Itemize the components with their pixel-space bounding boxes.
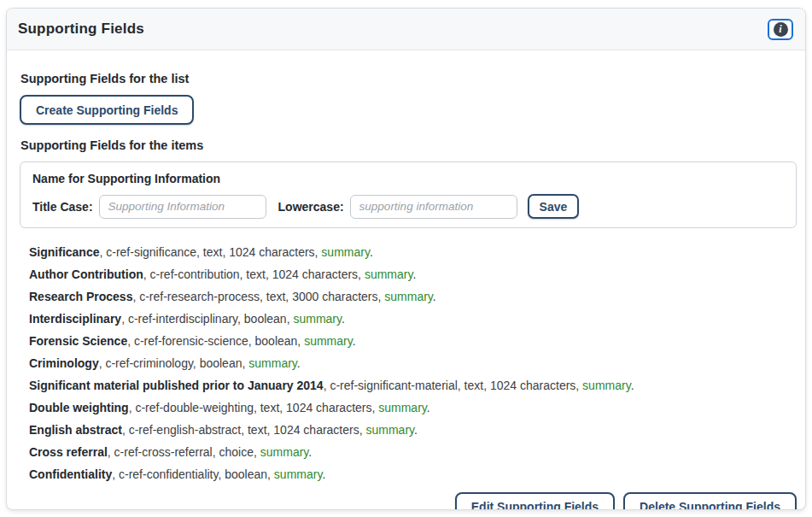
info-circle-icon: i (774, 22, 788, 37)
field-name: Significant material published prior to … (29, 379, 324, 392)
field-name: Significance (29, 245, 99, 259)
field-details: , c-ref-interdisciplinary, boolean, (121, 312, 293, 326)
supporting-fields-panel: Supporting Fields i Supporting Fields fo… (6, 8, 806, 510)
field-period: . (308, 445, 312, 459)
lowercase-input[interactable] (350, 195, 517, 219)
field-row-significance: Significance, c-ref-significance, text, … (29, 241, 797, 263)
field-row-author-contribution: Author Contribution, c-ref-contribution,… (29, 263, 797, 285)
field-details: , c-ref-cross-referral, choice, (108, 445, 260, 459)
field-name: Confidentiality (29, 467, 112, 481)
summary-link[interactable]: summary (293, 312, 342, 326)
edit-supporting-fields-button[interactable]: Edit Supporting Fields (455, 492, 615, 510)
field-list: Significance, c-ref-significance, text, … (29, 241, 797, 485)
field-row-double-weighting: Double weighting, c-ref-double-weighting… (29, 397, 797, 419)
field-details: , c-ref-english-abstract, text, 1024 cha… (122, 423, 366, 437)
field-row-cross-referral: Cross referral, c-ref-cross-referral, ch… (29, 441, 797, 463)
field-period: . (433, 290, 436, 303)
field-period: . (412, 267, 416, 281)
field-period: . (427, 401, 430, 414)
field-period: . (414, 423, 418, 437)
summary-link[interactable]: summary (304, 334, 353, 348)
field-period: . (353, 334, 356, 348)
page-title: Supporting Fields (18, 21, 144, 38)
field-details: , c-ref-double-weighting, text, 1024 cha… (129, 401, 379, 414)
summary-link[interactable]: summary (378, 401, 427, 414)
summary-link[interactable]: summary (321, 245, 370, 259)
field-row-criminology: Criminology, c-ref-criminology, boolean,… (29, 352, 797, 374)
field-details: , c-ref-significance, text, 1024 charact… (99, 245, 321, 259)
name-form-row: Title Case: Lowercase: Save (32, 194, 784, 219)
summary-link[interactable]: summary (248, 356, 297, 370)
panel-header: Supporting Fields i (7, 9, 805, 50)
summary-link[interactable]: summary (366, 423, 415, 437)
summary-link[interactable]: summary (365, 267, 413, 281)
title-case-input[interactable] (99, 195, 266, 219)
field-details: , c-ref-forensic-science, boolean, (127, 334, 304, 348)
field-row-significant-material: Significant material published prior to … (29, 374, 797, 397)
field-period: . (342, 312, 345, 326)
name-form-title: Name for Supporting Information (32, 172, 784, 185)
field-details: , c-ref-contribution, text, 1024 charact… (143, 267, 365, 281)
field-row-research-process: Research Process, c-ref-research-process… (29, 285, 797, 308)
summary-link[interactable]: summary (274, 467, 323, 481)
field-period: . (631, 379, 634, 392)
field-name: Cross referral (29, 445, 108, 459)
field-name: Double weighting (29, 401, 129, 414)
field-period: . (370, 245, 373, 259)
field-row-confidentiality: Confidentiality, c-ref-confidentiality, … (29, 463, 797, 485)
field-row-forensic-science: Forensic Science, c-ref-forensic-science… (29, 330, 797, 352)
field-details: , c-ref-research-process, text, 3000 cha… (132, 290, 384, 303)
field-period: . (297, 356, 301, 370)
field-name: Forensic Science (29, 334, 127, 348)
name-form-box: Name for Supporting Information Title Ca… (20, 162, 797, 228)
field-period: . (322, 467, 325, 481)
field-name: Author Contribution (29, 267, 143, 281)
field-details: , c-ref-significant-material, text, 1024… (324, 379, 582, 392)
summary-link[interactable]: summary (582, 379, 631, 392)
field-name: Research Process (29, 290, 132, 303)
footer-actions: Edit Supporting Fields Delete Supporting… (15, 492, 797, 510)
lowercase-label: Lowercase: (278, 200, 344, 214)
field-name: Interdisciplinary (29, 312, 121, 326)
field-row-interdisciplinary: Interdisciplinary, c-ref-interdisciplina… (29, 308, 797, 330)
summary-link[interactable]: summary (260, 445, 309, 459)
delete-supporting-fields-button[interactable]: Delete Supporting Fields (623, 492, 797, 510)
create-supporting-fields-button[interactable]: Create Supporting Fields (20, 95, 194, 125)
items-section-label: Supporting Fields for the items (20, 138, 797, 152)
list-section-label: Supporting Fields for the list (20, 72, 797, 85)
title-case-label: Title Case: (32, 200, 93, 214)
panel-body: Supporting Fields for the list Create Su… (7, 50, 805, 510)
field-row-english-abstract: English abstract, c-ref-english-abstract… (29, 419, 797, 441)
field-name: English abstract (29, 423, 122, 437)
field-details: , c-ref-confidentiality, boolean, (112, 467, 274, 481)
summary-link[interactable]: summary (384, 290, 433, 303)
save-button[interactable]: Save (528, 194, 580, 219)
field-name: Criminology (29, 356, 99, 370)
info-button[interactable]: i (768, 19, 793, 40)
field-details: , c-ref-criminology, boolean, (99, 356, 249, 370)
